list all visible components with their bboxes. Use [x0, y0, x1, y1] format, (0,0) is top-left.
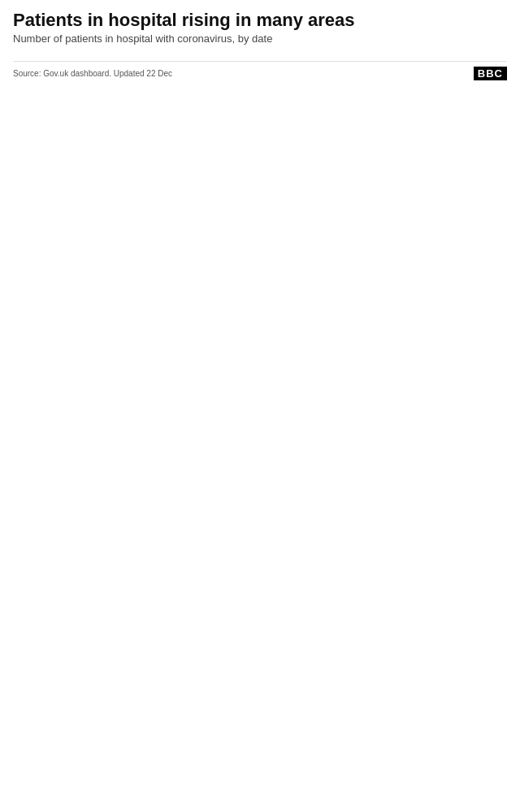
footer: Source: Gov.uk dashboard. Updated 22 Dec… [13, 61, 507, 80]
source-text: Source: Gov.uk dashboard. Updated 22 Dec [13, 69, 172, 78]
page-title: Patients in hospital rising in many area… [13, 10, 507, 31]
subtitle: Number of patients in hospital with coro… [13, 32, 507, 45]
bbc-logo: BBC [474, 67, 507, 80]
